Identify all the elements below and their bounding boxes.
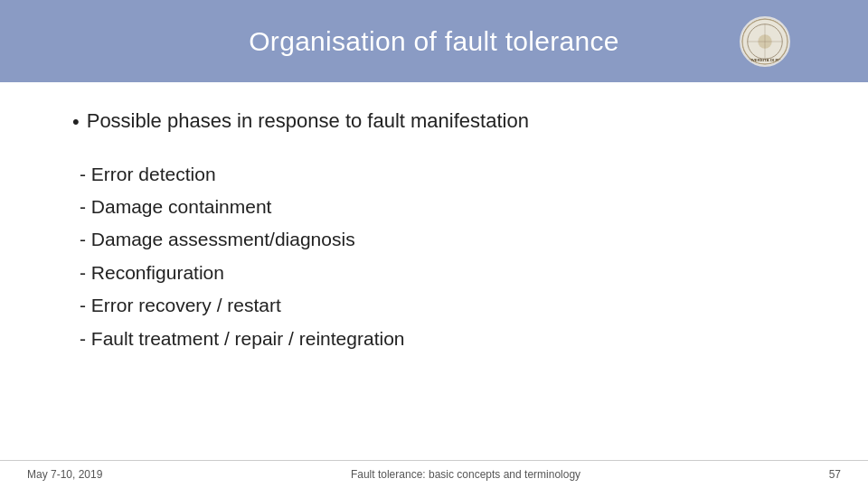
- footer-course: Fault tolerance: basic concepts and term…: [351, 468, 580, 481]
- list-item: - Damage assessment/diagnosis: [80, 226, 796, 253]
- slide-header: Organisation of fault tolerance UNIVERSI…: [0, 0, 868, 82]
- list-item: - Reconfiguration: [80, 259, 796, 286]
- logo-svg: UNIVERSITÀ DI PISA: [741, 17, 788, 66]
- university-logo: UNIVERSITÀ DI PISA: [740, 16, 790, 67]
- list-item: - Error detection: [80, 161, 796, 188]
- logo-area: UNIVERSITÀ DI PISA: [734, 16, 796, 66]
- slide-title: Organisation of fault tolerance: [134, 26, 734, 57]
- slide-footer: May 7-10, 2019 Fault tolerance: basic co…: [0, 460, 868, 488]
- footer-date: May 7-10, 2019: [27, 468, 102, 481]
- footer-page-number: 57: [829, 468, 841, 481]
- svg-text:UNIVERSITÀ DI PISA: UNIVERSITÀ DI PISA: [745, 58, 785, 62]
- list-item-error-recovery: - Error recovery / restart: [80, 292, 796, 319]
- slide: Organisation of fault tolerance UNIVERSI…: [0, 0, 868, 488]
- main-bullet: • Possible phases in response to fault m…: [72, 109, 796, 136]
- bullet-symbol: •: [72, 109, 80, 136]
- list-item: - Damage containment: [80, 193, 796, 221]
- sub-items-list: - Error detection - Damage containment -…: [80, 161, 796, 353]
- main-bullet-text: Possible phases in response to fault man…: [87, 109, 529, 133]
- list-item: - Fault treatment / repair / reintegrati…: [80, 325, 796, 352]
- slide-content: • Possible phases in response to fault m…: [0, 82, 868, 460]
